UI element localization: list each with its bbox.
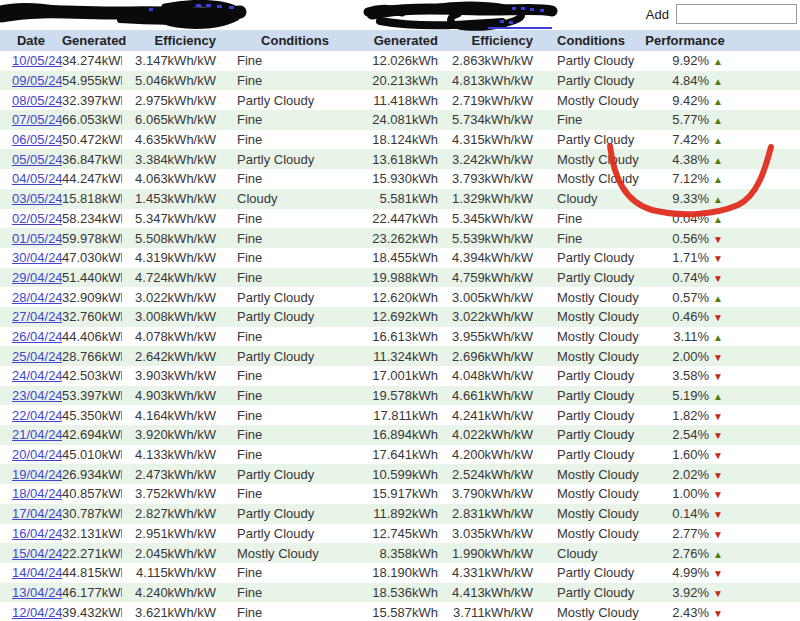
date-link[interactable]: 01/05/24 bbox=[12, 231, 62, 246]
date-link[interactable]: 10/05/24 bbox=[12, 53, 62, 68]
date-cell: 21/04/24 bbox=[0, 425, 62, 445]
table-row: 28/04/2432.909kWh3.022kWh/kWPartly Cloud… bbox=[0, 287, 800, 307]
performance-value: 0.74% bbox=[672, 270, 709, 285]
performance-cell: 0.04%▲ bbox=[645, 209, 725, 229]
conditions-home-cell: Fine bbox=[220, 386, 370, 406]
date-link[interactable]: 17/04/24 bbox=[12, 506, 62, 521]
date-cell: 01/05/24 bbox=[0, 228, 62, 248]
efficiency-home-cell: 6.065kWh/kW bbox=[122, 110, 220, 130]
date-link[interactable]: 25/04/24 bbox=[12, 349, 62, 364]
efficiency-compare-cell: 1.990kWh/kW bbox=[442, 543, 537, 563]
date-link[interactable]: 02/05/24 bbox=[12, 211, 62, 226]
filler-cell bbox=[725, 583, 800, 603]
generated-home-cell: 42.503kWh bbox=[62, 366, 122, 386]
conditions-compare-cell: Mostly Cloudy bbox=[537, 327, 645, 347]
date-link[interactable]: 28/04/24 bbox=[12, 290, 62, 305]
date-link[interactable]: 21/04/24 bbox=[12, 427, 62, 442]
efficiency-home-cell: 3.752kWh/kW bbox=[122, 484, 220, 504]
trend-down-icon: ▼ bbox=[713, 450, 723, 461]
date-link[interactable]: 09/05/24 bbox=[12, 73, 62, 88]
date-link[interactable]: 30/04/24 bbox=[12, 250, 62, 265]
performance-cell: 7.42%▲ bbox=[645, 130, 725, 150]
date-link[interactable]: 29/04/24 bbox=[12, 270, 62, 285]
date-link[interactable]: 22/04/24 bbox=[12, 408, 62, 423]
date-cell: 13/04/24 bbox=[0, 583, 62, 603]
performance-cell: 2.76%▲ bbox=[645, 543, 725, 563]
performance-cell: 2.02%▼ bbox=[645, 464, 725, 484]
generated-home-cell: 51.440kWh bbox=[62, 268, 122, 288]
date-link[interactable]: 24/04/24 bbox=[12, 368, 62, 383]
date-cell: 16/04/24 bbox=[0, 524, 62, 544]
performance-value: 9.33% bbox=[672, 191, 709, 206]
performance-value: 4.38% bbox=[672, 152, 709, 167]
date-link[interactable]: 27/04/24 bbox=[12, 309, 62, 324]
trend-up-icon: ▲ bbox=[713, 56, 723, 67]
column-header-performance: Performance bbox=[645, 30, 725, 51]
conditions-compare-cell: Cloudy bbox=[537, 543, 645, 563]
date-link[interactable]: 07/05/24 bbox=[12, 112, 62, 127]
date-link[interactable]: 04/05/24 bbox=[12, 171, 62, 186]
performance-cell: 2.00%▼ bbox=[645, 346, 725, 366]
date-link[interactable]: 05/05/24 bbox=[12, 152, 62, 167]
date-link[interactable]: 03/05/24 bbox=[12, 191, 62, 206]
date-cell: 22/04/24 bbox=[0, 405, 62, 425]
conditions-compare-cell: Partly Cloudy bbox=[537, 71, 645, 91]
table-row: 12/04/2439.432kWh3.621kWh/kWFine15.587kW… bbox=[0, 602, 800, 621]
date-link[interactable]: 15/04/24 bbox=[12, 546, 62, 561]
date-link[interactable]: 20/04/24 bbox=[12, 447, 62, 462]
conditions-home-cell: Cloudy bbox=[220, 189, 370, 209]
generated-home-cell: 44.247kWh bbox=[62, 169, 122, 189]
date-cell: 15/04/24 bbox=[0, 543, 62, 563]
performance-value: 5.19% bbox=[672, 388, 709, 403]
add-input[interactable] bbox=[676, 4, 797, 24]
trend-down-icon: ▼ bbox=[713, 470, 723, 481]
performance-value: 2.76% bbox=[672, 546, 709, 561]
filler-cell bbox=[725, 464, 800, 484]
performance-cell: 2.54%▼ bbox=[645, 425, 725, 445]
conditions-home-cell: Fine bbox=[220, 71, 370, 91]
generated-home-cell: 36.847kWh bbox=[62, 149, 122, 169]
date-cell: 19/04/24 bbox=[0, 464, 62, 484]
date-link[interactable]: 12/04/24 bbox=[12, 605, 62, 620]
filler-cell bbox=[725, 484, 800, 504]
performance-value: 9.92% bbox=[672, 53, 709, 68]
efficiency-home-cell: 2.473kWh/kW bbox=[122, 464, 220, 484]
date-link[interactable]: 08/05/24 bbox=[12, 93, 62, 108]
date-link[interactable]: 23/04/24 bbox=[12, 388, 62, 403]
generated-home-cell: 34.274kWh bbox=[62, 51, 122, 71]
date-link[interactable]: 14/04/24 bbox=[12, 565, 62, 580]
efficiency-compare-cell: 3.022kWh/kW bbox=[442, 307, 537, 327]
efficiency-compare-cell: 4.241kWh/kW bbox=[442, 405, 537, 425]
efficiency-compare-cell: 2.831kWh/kW bbox=[442, 504, 537, 524]
column-header-conditions-2: Conditions bbox=[537, 30, 645, 51]
efficiency-home-cell: 2.975kWh/kW bbox=[122, 90, 220, 110]
column-header-filler bbox=[725, 30, 800, 51]
efficiency-home-cell: 2.045kWh/kW bbox=[122, 543, 220, 563]
trend-down-icon: ▼ bbox=[713, 312, 723, 323]
efficiency-compare-cell: 3.242kWh/kW bbox=[442, 149, 537, 169]
trend-down-icon: ▼ bbox=[713, 253, 723, 264]
conditions-home-cell: Mostly Cloudy bbox=[220, 543, 370, 563]
efficiency-home-cell: 4.319kWh/kW bbox=[122, 248, 220, 268]
performance-cell: 3.11%▲ bbox=[645, 327, 725, 347]
generated-compare-cell: 17.001kWh bbox=[370, 366, 442, 386]
efficiency-home-cell: 4.724kWh/kW bbox=[122, 268, 220, 288]
date-link[interactable]: 26/04/24 bbox=[12, 329, 62, 344]
performance-value: 2.54% bbox=[672, 427, 709, 442]
efficiency-compare-cell: 4.813kWh/kW bbox=[442, 71, 537, 91]
date-link[interactable]: 16/04/24 bbox=[12, 526, 62, 541]
generated-compare-cell: 11.892kWh bbox=[370, 504, 442, 524]
table-row: 19/04/2426.934kWh2.473kWh/kWPartly Cloud… bbox=[0, 464, 800, 484]
conditions-compare-cell: Fine bbox=[537, 110, 645, 130]
date-link[interactable]: 19/04/24 bbox=[12, 467, 62, 482]
generated-compare-cell: 24.081kWh bbox=[370, 110, 442, 130]
efficiency-home-cell: 4.078kWh/kW bbox=[122, 327, 220, 347]
date-link[interactable]: 13/04/24 bbox=[12, 585, 62, 600]
trend-up-icon: ▲ bbox=[713, 194, 723, 205]
date-cell: 26/04/24 bbox=[0, 327, 62, 347]
date-link[interactable]: 18/04/24 bbox=[12, 486, 62, 501]
generated-compare-cell: 16.894kWh bbox=[370, 425, 442, 445]
date-link[interactable]: 06/05/24 bbox=[12, 132, 62, 147]
conditions-home-cell: Fine bbox=[220, 268, 370, 288]
conditions-home-cell: Partly Cloudy bbox=[220, 504, 370, 524]
